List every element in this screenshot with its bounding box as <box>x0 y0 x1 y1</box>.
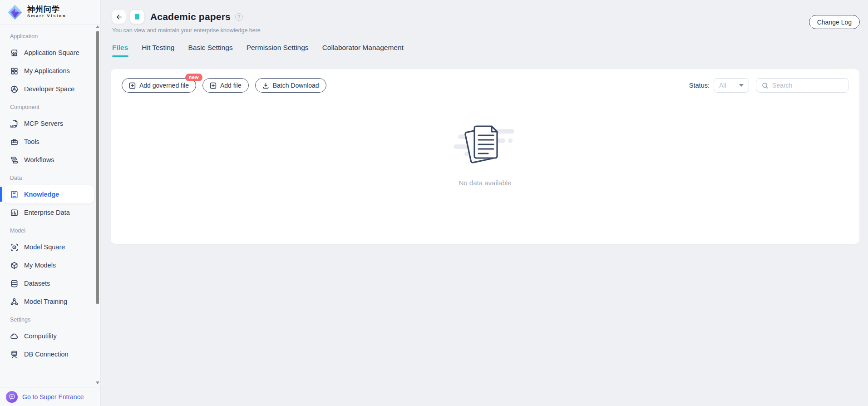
super-entrance-label: Go to Super Entrance <box>22 393 84 401</box>
app-logo: 神州问学 Smart Vision <box>0 0 100 25</box>
sidebar-item-model-training[interactable]: Model Training <box>0 292 100 311</box>
database-icon <box>10 279 19 288</box>
toolbox-icon <box>10 138 19 146</box>
sidebar-item-developer-space[interactable]: Developer Space <box>0 80 100 98</box>
sidebar-item-my-models[interactable]: My Models <box>0 256 100 274</box>
sidebar-item-label: My Models <box>24 262 56 269</box>
sidebar-item-label: Workflows <box>24 156 54 163</box>
scrollbar-thumb[interactable] <box>96 31 99 304</box>
tab-basic-settings[interactable]: Basic Settings <box>188 44 232 57</box>
batch-download-wrap: Batch Download <box>255 78 326 93</box>
sidebar-item-datasets[interactable]: Datasets <box>0 274 100 292</box>
page-subtitle: You can view and maintain your enterpris… <box>112 27 859 34</box>
cloud-icon <box>10 332 19 341</box>
main-content: Academic papers ? Change Log You can vie… <box>101 0 868 406</box>
page-header: Academic papers ? <box>112 0 859 24</box>
section-label-data: Data <box>0 169 100 185</box>
sidebar-item-model-square[interactable]: Model Square <box>0 238 100 256</box>
sidebar-scrollbar <box>95 25 100 385</box>
files-toolbar: Add governed file new Add file Batch Dow… <box>122 78 848 93</box>
add-file-label: Add file <box>220 82 242 89</box>
sidebar-item-label: Knowledge <box>24 191 59 198</box>
scrollbar-up-arrow-icon[interactable] <box>96 25 99 28</box>
sidebar-item-computility[interactable]: Computility <box>0 327 100 345</box>
tab-hit-testing[interactable]: Hit Testing <box>142 44 174 57</box>
empty-state: No data available <box>122 123 848 187</box>
section-label-settings: Settings <box>0 311 100 327</box>
section-label-component: Component <box>0 98 100 114</box>
wheel-icon <box>10 85 19 94</box>
sidebar-item-label: Developer Space <box>24 85 74 93</box>
sidebar-item-label: Model Training <box>24 298 67 305</box>
sidebar-item-mcp-servers[interactable]: MCP MCP Servers <box>0 114 100 133</box>
knowledge-base-icon-box <box>130 10 144 24</box>
add-governed-file-wrap: Add governed file new <box>122 78 196 93</box>
status-dropdown[interactable]: All <box>714 78 749 93</box>
logo-diamond-icon <box>7 4 23 20</box>
help-icon[interactable]: ? <box>235 13 243 21</box>
svg-text:MCP: MCP <box>10 124 17 128</box>
back-button[interactable] <box>112 10 126 24</box>
sidebar-item-label: Enterprise Data <box>24 209 70 216</box>
sidebar-item-my-applications[interactable]: My Applications <box>0 62 100 80</box>
super-entrance-link[interactable]: Go to Super Entrance <box>0 387 100 406</box>
sidebar-item-label: MCP Servers <box>24 120 63 127</box>
sidebar-item-application-square[interactable]: Application Square <box>0 44 100 62</box>
section-label-application: Application <box>0 27 100 44</box>
batch-download-button[interactable]: Batch Download <box>255 78 326 93</box>
grid-icon <box>10 67 19 75</box>
sidebar-item-label: Model Square <box>24 243 65 251</box>
sidebar-item-label: My Applications <box>24 67 70 74</box>
files-panel: Add governed file new Add file Batch Dow… <box>111 69 859 244</box>
back-arrow-icon <box>115 13 123 21</box>
search-icon <box>762 82 769 89</box>
search-box <box>756 78 848 93</box>
plus-square-icon <box>129 82 136 89</box>
cluster-icon <box>10 297 19 306</box>
plus-square-icon <box>210 82 217 89</box>
sidebar-item-enterprise-data[interactable]: Enterprise Data <box>0 203 100 222</box>
db-server-icon <box>10 350 19 359</box>
add-file-wrap: Add file <box>202 78 249 93</box>
scan-model-icon <box>10 243 19 252</box>
sidebar-item-tools[interactable]: Tools <box>0 133 100 151</box>
knowledge-book-icon <box>10 190 19 199</box>
tab-bar: Files Hit Testing Basic Settings Permiss… <box>112 44 859 57</box>
toolbar-right: Status: All <box>689 78 848 93</box>
sidebar-item-knowledge[interactable]: Knowledge <box>5 185 94 203</box>
add-file-button[interactable]: Add file <box>202 78 249 93</box>
batch-download-label: Batch Download <box>273 82 319 89</box>
sidebar: 神州问学 Smart Vision Application Applicatio… <box>0 0 101 406</box>
new-badge: new <box>185 74 202 81</box>
logo-title: 神州问学 <box>27 5 66 14</box>
sidebar-item-label: DB Connection <box>24 351 69 358</box>
teal-book-icon <box>133 13 141 21</box>
scrollbar-down-arrow-icon[interactable] <box>96 381 99 384</box>
sidebar-item-label: Tools <box>24 138 39 145</box>
sidebar-nav: Application Application Square My Applic… <box>0 25 100 387</box>
mcp-file-icon: MCP <box>10 119 19 128</box>
logo-subtitle: Smart Vision <box>27 14 66 19</box>
sidebar-item-label: Computility <box>24 332 57 340</box>
status-label: Status: <box>689 82 710 89</box>
bar-chart-icon <box>10 208 19 217</box>
super-entrance-icon <box>6 391 18 403</box>
sidebar-item-label: Application Square <box>24 49 79 56</box>
cube-icon <box>10 261 19 270</box>
empty-state-message: No data available <box>459 179 512 187</box>
workflow-icon <box>10 156 19 164</box>
tab-files[interactable]: Files <box>112 44 128 57</box>
tab-collaborator-management[interactable]: Collaborator Management <box>322 44 404 57</box>
section-label-model: Model <box>0 222 100 238</box>
status-value: All <box>719 82 726 89</box>
empty-documents-icon <box>454 123 517 168</box>
add-governed-file-button[interactable]: Add governed file <box>122 78 196 93</box>
change-log-button[interactable]: Change Log <box>809 15 860 29</box>
sidebar-item-workflows[interactable]: Workflows <box>0 151 100 169</box>
download-icon <box>262 82 269 89</box>
tab-permission-settings[interactable]: Permission Settings <box>247 44 309 57</box>
search-input[interactable] <box>772 82 843 89</box>
sidebar-item-db-connection[interactable]: DB Connection <box>0 345 100 363</box>
storefront-icon <box>10 49 19 57</box>
chevron-down-icon <box>739 84 744 87</box>
